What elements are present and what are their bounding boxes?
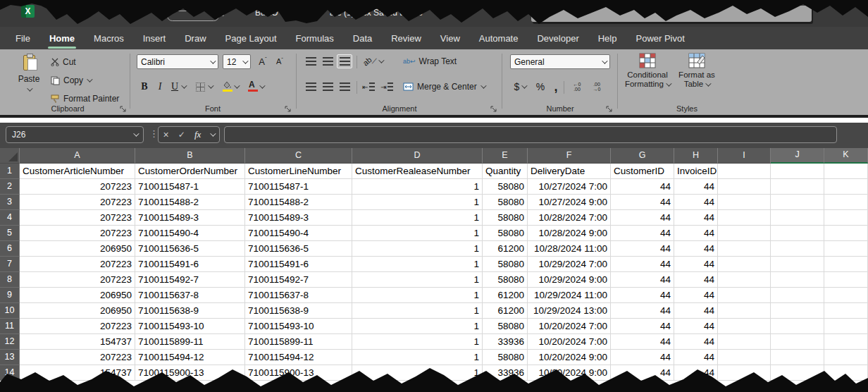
cell-H7[interactable]: 44 [674, 257, 718, 272]
insert-function-button[interactable]: fx [194, 129, 201, 140]
decrease-font-size-button[interactable]: Aˇ [272, 54, 287, 68]
cell-E4[interactable]: 58080 [483, 210, 528, 226]
cell-I10[interactable] [718, 303, 771, 319]
cell-H14[interactable]: 44 [674, 365, 718, 381]
cell-G11[interactable]: 44 [611, 319, 674, 334]
cell-J14[interactable] [771, 365, 824, 381]
cell-D1[interactable]: CustomerRealeaseNumber [352, 164, 483, 179]
cell-K13[interactable] [824, 350, 868, 365]
cell-G14[interactable]: 44 [611, 365, 674, 381]
cell-H4[interactable]: 44 [674, 210, 718, 226]
cell-B13[interactable]: 7100115494-12 [135, 350, 245, 365]
cell-D3[interactable]: 1 [352, 195, 483, 210]
cell-F9[interactable]: 10/29/2024 11:00 [528, 288, 611, 303]
borders-button[interactable] [193, 80, 214, 94]
row-header-5[interactable]: 5 [0, 226, 20, 241]
column-header-f[interactable]: F [528, 148, 611, 164]
cell-G10[interactable]: 44 [611, 303, 674, 319]
cell-D11[interactable]: 1 [352, 319, 483, 334]
cell-E13[interactable]: 58080 [483, 350, 528, 365]
cell-G5[interactable]: 44 [611, 226, 674, 241]
cell-A6[interactable]: 206950 [20, 241, 135, 257]
cell-H10[interactable]: 44 [674, 303, 718, 319]
cell-D2[interactable]: 1 [352, 179, 483, 195]
cell-G6[interactable]: 44 [611, 241, 674, 257]
filename-chevron-down-icon[interactable] [435, 8, 441, 13]
cell-A12[interactable]: 154737 [20, 334, 135, 350]
cell-F1[interactable]: DeliveryDate [528, 164, 611, 179]
cell-E14[interactable]: 33936 [483, 365, 528, 381]
fill-color-button[interactable] [218, 80, 241, 94]
column-header-e[interactable]: E [483, 148, 528, 164]
row-header-13[interactable]: 13 [0, 350, 20, 365]
paste-button[interactable]: Paste [13, 54, 45, 111]
cell-B8[interactable]: 7100115492-7 [135, 272, 245, 288]
row-header-11[interactable]: 11 [0, 319, 20, 334]
cell-J1[interactable] [771, 164, 824, 179]
cell-C3[interactable]: 7100115488-2 [245, 195, 352, 210]
decrease-indent-button[interactable]: ⇤ [361, 80, 376, 94]
cell-A13[interactable]: 207223 [20, 350, 135, 365]
tab-file[interactable]: File [16, 33, 30, 44]
cell-C6[interactable]: 7100115636-5 [245, 241, 352, 257]
row-header-8[interactable]: 8 [0, 272, 20, 288]
row-header-7[interactable]: 7 [0, 257, 20, 272]
cell-D5[interactable]: 1 [352, 226, 483, 241]
cell-I3[interactable] [718, 195, 771, 210]
row-header-1[interactable]: 1 [0, 164, 20, 179]
cell-C14[interactable]: 7100115900-13 [245, 365, 352, 381]
cell-C2[interactable]: 7100115487-1 [245, 179, 352, 195]
cell-C4[interactable]: 7100115489-3 [245, 210, 352, 226]
align-center-button[interactable] [320, 80, 335, 94]
cell-A3[interactable]: 207223 [20, 195, 135, 210]
copy-button[interactable]: Copy [51, 73, 91, 87]
cell-K6[interactable] [824, 241, 868, 257]
cell-K8[interactable] [824, 272, 868, 288]
row-header-6[interactable]: 6 [0, 241, 20, 257]
cell-D7[interactable]: 1 [352, 257, 483, 272]
align-left-button[interactable] [303, 80, 318, 94]
bottom-align-button[interactable] [337, 54, 352, 68]
tab-help[interactable]: Help [598, 33, 617, 44]
cell-E7[interactable]: 58080 [483, 257, 528, 272]
cell-H5[interactable]: 44 [674, 226, 718, 241]
column-header-c[interactable]: C [245, 148, 352, 164]
cell-I9[interactable] [718, 288, 771, 303]
middle-align-button[interactable] [320, 54, 335, 68]
cell-A10[interactable]: 206950 [20, 303, 135, 319]
cell-J9[interactable] [771, 288, 824, 303]
cell-K14[interactable] [824, 365, 868, 381]
cell-F4[interactable]: 10/28/2024 7:00 [528, 210, 611, 226]
cell-E8[interactable]: 58080 [483, 272, 528, 288]
cell-J3[interactable] [771, 195, 824, 210]
column-header-j[interactable]: J [771, 148, 824, 164]
percent-style-button[interactable]: % [533, 80, 548, 94]
tab-insert[interactable]: Insert [143, 33, 166, 44]
underline-button[interactable]: U [168, 80, 189, 94]
cell-G9[interactable]: 44 [611, 288, 674, 303]
column-header-a[interactable]: A [20, 148, 135, 164]
cell-J11[interactable] [771, 319, 824, 334]
cell-B6[interactable]: 7100115636-5 [135, 241, 245, 257]
tab-developer[interactable]: Developer [537, 33, 578, 44]
cell-K4[interactable] [824, 210, 868, 226]
cell-B2[interactable]: 7100115487-1 [135, 179, 245, 195]
cell-B7[interactable]: 7100115491-6 [135, 257, 245, 272]
cell-H1[interactable]: InvoiceID [674, 164, 718, 179]
cell-K10[interactable] [824, 303, 868, 319]
cell-A9[interactable]: 206950 [20, 288, 135, 303]
row-header-14[interactable]: 14 [0, 365, 20, 381]
cell-I11[interactable] [718, 319, 771, 334]
cell-A4[interactable]: 207223 [20, 210, 135, 226]
cell-B4[interactable]: 7100115489-3 [135, 210, 245, 226]
cell-B9[interactable]: 7100115637-8 [135, 288, 245, 303]
cell-G2[interactable]: 44 [611, 179, 674, 195]
cell-G13[interactable]: 44 [611, 350, 674, 365]
tab-review[interactable]: Review [391, 33, 421, 44]
cell-F7[interactable]: 10/29/2024 7:00 [528, 257, 611, 272]
cell-B10[interactable]: 7100115638-9 [135, 303, 245, 319]
tab-view[interactable]: View [440, 33, 460, 44]
cell-G1[interactable]: CustomerID [611, 164, 674, 179]
top-align-button[interactable] [303, 54, 318, 68]
cell-I2[interactable] [718, 179, 771, 195]
